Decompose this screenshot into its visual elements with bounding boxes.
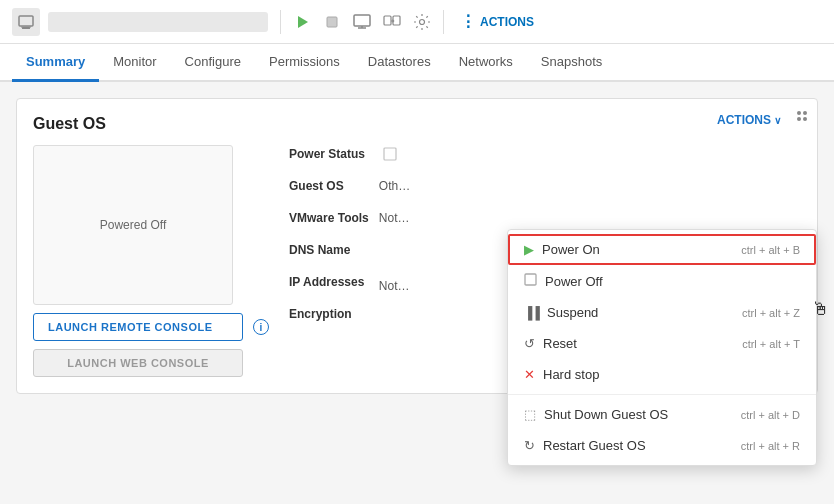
card-actions-label: ACTIONS (717, 113, 771, 127)
dropdown-item-reset[interactable]: ↺ Reset ctrl + alt + T (508, 328, 816, 359)
dropdown-item-shutdown[interactable]: ⬚ Shut Down Guest OS ctrl + alt + D (508, 399, 816, 430)
toolbar-divider-2 (443, 10, 444, 34)
stop-x-icon: ✕ (524, 367, 535, 382)
guest-os-value: Oth… (379, 179, 410, 193)
shutdown-label: Shut Down Guest OS (544, 407, 668, 422)
dropdown-item-power-off-left: Power Off (524, 273, 603, 289)
suspend-shortcut: ctrl + alt + Z (742, 307, 800, 319)
nav-tabs: Summary Monitor Configure Permissions Da… (0, 44, 834, 82)
shutdown-shortcut: ctrl + alt + D (741, 409, 800, 421)
prop-guest-os: Guest OS (289, 179, 369, 193)
console-icon[interactable] (353, 13, 371, 31)
settings-icon[interactable] (413, 13, 431, 31)
launch-web-console-button[interactable]: LAUNCH WEB CONSOLE (33, 349, 243, 377)
remote-console-info-icon[interactable]: i (253, 319, 269, 335)
toolbar-action-icons (293, 13, 431, 31)
power-on-shortcut: ctrl + alt + B (741, 244, 800, 256)
power-off-label: Power Off (545, 274, 603, 289)
remote-console-label: LAUNCH REMOTE CONSOLE (48, 321, 213, 333)
reset-icon: ↺ (524, 336, 535, 351)
play-icon[interactable] (293, 13, 311, 31)
svg-rect-9 (393, 16, 400, 25)
power-dropdown-menu: ▶ Power On ctrl + alt + B Power Off (507, 229, 817, 466)
svg-rect-0 (19, 16, 33, 26)
card-title: Guest OS (33, 115, 801, 133)
suspend-label: Suspend (547, 305, 598, 320)
launch-remote-console-button[interactable]: LAUNCH REMOTE CONSOLE (33, 313, 243, 341)
tab-configure[interactable]: Configure (171, 44, 255, 82)
card-actions-button[interactable]: ACTIONS ∨ (717, 113, 781, 127)
tab-datastores[interactable]: Datastores (354, 44, 445, 82)
dropdown-item-shutdown-left: ⬚ Shut Down Guest OS (524, 407, 668, 422)
dropdown-item-power-off[interactable]: Power Off (508, 265, 816, 297)
prop-encryption: Encryption (289, 307, 369, 321)
chevron-down-icon: ∨ (774, 115, 781, 126)
dropdown-item-reset-left: ↺ Reset (524, 336, 577, 351)
main-content: Guest OS ACTIONS ∨ Powered Off LAUNCH RE… (0, 82, 834, 498)
restart-icon: ↻ (524, 438, 535, 453)
actions-label: ACTIONS (480, 15, 534, 29)
stop-icon[interactable] (323, 13, 341, 31)
vmware-tools-value: Not… (379, 211, 410, 225)
svg-rect-14 (525, 274, 536, 285)
vm-thumbnail: Powered Off (33, 145, 233, 305)
prop-power-status: Power Status (289, 147, 369, 161)
properties-panel: Power Status Guest OS VMware Tools DNS N… (289, 145, 369, 377)
svg-rect-13 (384, 148, 396, 160)
migrate-icon[interactable] (383, 13, 401, 31)
pause-icon: ▐▐ (524, 306, 539, 320)
tab-permissions[interactable]: Permissions (255, 44, 354, 82)
toolbar: ⋮ ACTIONS (0, 0, 834, 44)
restart-label: Restart Guest OS (543, 438, 646, 453)
shutdown-icon: ⬚ (524, 407, 536, 422)
dropdown-item-power-on[interactable]: ▶ Power On ctrl + alt + B (508, 234, 816, 265)
svg-point-12 (420, 19, 425, 24)
power-on-label: Power On (542, 242, 600, 257)
reset-shortcut: ctrl + alt + T (742, 338, 800, 350)
actions-button[interactable]: ⋮ ACTIONS (460, 12, 534, 31)
svg-rect-4 (327, 17, 337, 27)
vm-icon (12, 8, 40, 36)
encryption-value: Not… (379, 279, 410, 293)
dropdown-divider (508, 394, 816, 395)
hard-stop-label: Hard stop (543, 367, 599, 382)
left-panel: Powered Off LAUNCH REMOTE CONSOLE i LAUN… (33, 145, 269, 377)
dropdown-item-suspend[interactable]: ▐▐ Suspend ctrl + alt + Z (508, 297, 816, 328)
tab-summary[interactable]: Summary (12, 44, 99, 82)
toolbar-divider (280, 10, 281, 34)
svg-rect-8 (384, 16, 391, 25)
tab-monitor[interactable]: Monitor (99, 44, 170, 82)
actions-dots: ⋮ (460, 12, 476, 31)
svg-rect-5 (354, 15, 370, 26)
dropdown-item-suspend-left: ▐▐ Suspend (524, 305, 598, 320)
dropdown-item-power-on-left: ▶ Power On (524, 242, 600, 257)
dropdown-item-hard-stop-left: ✕ Hard stop (524, 367, 599, 382)
tab-networks[interactable]: Networks (445, 44, 527, 82)
power-icon (383, 147, 397, 161)
remote-console-row: LAUNCH REMOTE CONSOLE i (33, 313, 269, 341)
prop-ip-addresses: IP Addresses (289, 275, 369, 289)
reset-label: Reset (543, 336, 577, 351)
dropdown-item-restart-left: ↻ Restart Guest OS (524, 438, 646, 453)
prop-dns-name: DNS Name (289, 243, 369, 257)
svg-marker-3 (298, 16, 308, 28)
guest-os-card: Guest OS ACTIONS ∨ Powered Off LAUNCH RE… (16, 98, 818, 394)
dropdown-item-hard-stop[interactable]: ✕ Hard stop (508, 359, 816, 390)
prop-vmware-tools: VMware Tools (289, 211, 369, 225)
play-icon: ▶ (524, 242, 534, 257)
tab-snapshots[interactable]: Snapshots (527, 44, 616, 82)
restart-shortcut: ctrl + alt + R (741, 440, 800, 452)
thumbnail-label: Powered Off (100, 218, 166, 232)
vm-name-bar (48, 12, 268, 32)
dropdown-item-restart[interactable]: ↻ Restart Guest OS ctrl + alt + R (508, 430, 816, 461)
web-console-label: LAUNCH WEB CONSOLE (67, 357, 209, 369)
properties-values: Oth… Not… Not… (379, 145, 410, 377)
power-off-icon (524, 273, 537, 289)
card-dots-menu[interactable] (797, 111, 807, 121)
